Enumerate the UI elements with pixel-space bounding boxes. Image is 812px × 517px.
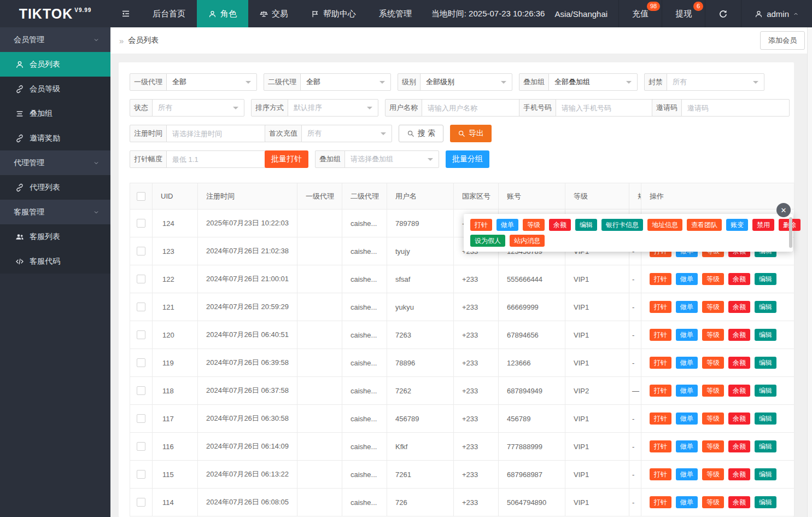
agent1-select[interactable]: 全部 xyxy=(166,73,257,91)
agent2-select[interactable]: 全部 xyxy=(300,73,391,91)
first-deposit-select[interactable]: 所有 xyxy=(301,125,392,142)
popup-action-button[interactable]: 地址信息 xyxy=(647,219,682,231)
topbar-menu-item[interactable]: 角色 xyxy=(197,0,248,27)
row-action-button[interactable]: 等级 xyxy=(702,440,724,452)
sidebar-entry[interactable]: 邀请奖励 xyxy=(0,126,110,150)
row-checkbox[interactable] xyxy=(137,303,145,311)
popup-action-button[interactable]: 等级 xyxy=(523,219,545,231)
row-action-button[interactable]: 做单 xyxy=(676,413,698,425)
row-action-button[interactable]: 打针 xyxy=(650,440,671,452)
row-action-button[interactable]: 打针 xyxy=(650,385,671,397)
row-action-button[interactable]: 编辑 xyxy=(755,413,776,425)
overlay-group-select[interactable]: 全部叠加组 xyxy=(548,73,638,91)
sidebar-entry[interactable]: 会员管理 xyxy=(0,27,110,52)
export-button[interactable]: 导出 xyxy=(450,125,492,142)
row-checkbox[interactable] xyxy=(137,330,145,339)
user-menu[interactable]: admin xyxy=(741,0,812,27)
row-action-button[interactable]: 等级 xyxy=(702,413,724,425)
topbar-menu-item[interactable]: 后台首页 xyxy=(141,0,197,27)
row-action-button[interactable]: 余额 xyxy=(728,301,750,313)
popup-action-button[interactable]: 查看团队 xyxy=(687,219,722,231)
row-action-button[interactable]: 编辑 xyxy=(755,468,776,480)
row-action-button[interactable]: 余额 xyxy=(728,329,750,341)
row-action-button[interactable]: 打针 xyxy=(650,496,671,508)
ban-select[interactable]: 所有 xyxy=(667,73,764,91)
refresh-button[interactable] xyxy=(705,0,741,27)
popup-action-button[interactable]: 做单 xyxy=(496,219,518,231)
popup-action-button[interactable]: 禁用 xyxy=(752,219,774,231)
row-action-button[interactable]: 做单 xyxy=(676,273,698,285)
row-action-button[interactable]: 余额 xyxy=(728,385,750,397)
row-action-button[interactable]: 余额 xyxy=(728,413,750,425)
batch-overlay-group-select[interactable]: 请选择叠加组 xyxy=(344,150,439,168)
sidebar-entry[interactable]: 客服代码 xyxy=(0,249,110,274)
popup-action-button[interactable]: 银行卡信息 xyxy=(601,219,643,231)
sort-select[interactable]: 默认排序 xyxy=(288,99,378,117)
popup-action-button[interactable]: 打针 xyxy=(470,219,492,231)
popup-action-button[interactable]: 账变 xyxy=(726,219,748,231)
batch-inject-button[interactable]: 批量打针 xyxy=(265,150,308,168)
inject-range-input[interactable] xyxy=(166,150,274,168)
status-select[interactable]: 所有 xyxy=(152,99,244,117)
row-action-button[interactable]: 余额 xyxy=(728,496,750,508)
row-action-button[interactable]: 打针 xyxy=(650,357,671,369)
phone-input[interactable] xyxy=(556,99,664,117)
row-action-button[interactable]: 余额 xyxy=(728,273,750,285)
row-action-button[interactable]: 编辑 xyxy=(755,385,776,397)
row-action-button[interactable]: 余额 xyxy=(728,440,750,452)
row-action-button[interactable]: 等级 xyxy=(702,273,724,285)
row-checkbox[interactable] xyxy=(137,470,145,479)
row-action-button[interactable]: 做单 xyxy=(676,301,698,313)
popup-close-button[interactable]: ✕ xyxy=(776,203,791,217)
sidebar-entry[interactable]: 会员等级 xyxy=(0,77,110,101)
row-action-button[interactable]: 余额 xyxy=(728,468,750,480)
row-checkbox[interactable] xyxy=(137,219,145,228)
row-action-button[interactable]: 编辑 xyxy=(755,301,776,313)
topbar-menu-item[interactable]: 交易 xyxy=(248,0,300,27)
row-action-button[interactable]: 编辑 xyxy=(755,273,776,285)
batch-group-button[interactable]: 批量分组 xyxy=(446,150,489,168)
row-action-button[interactable]: 做单 xyxy=(676,329,698,341)
popup-scrollbar-thumb[interactable] xyxy=(789,217,792,248)
row-checkbox[interactable] xyxy=(137,358,145,367)
row-action-button[interactable]: 等级 xyxy=(702,301,724,313)
row-checkbox[interactable] xyxy=(137,386,145,395)
level-select[interactable]: 全部级别 xyxy=(420,73,512,91)
row-action-button[interactable]: 打针 xyxy=(650,273,671,285)
row-action-button[interactable]: 等级 xyxy=(702,385,724,397)
row-checkbox[interactable] xyxy=(137,414,145,423)
topbar-menu-item[interactable]: 帮助中心 xyxy=(300,0,367,27)
row-action-button[interactable]: 做单 xyxy=(676,440,698,452)
row-checkbox[interactable] xyxy=(137,442,145,451)
row-action-button[interactable]: 等级 xyxy=(702,496,724,508)
row-action-button[interactable]: 做单 xyxy=(676,496,698,508)
row-action-button[interactable]: 余额 xyxy=(728,357,750,369)
row-action-button[interactable]: 等级 xyxy=(702,468,724,480)
row-checkbox[interactable] xyxy=(137,247,145,255)
withdraw-link[interactable]: 提现 6 xyxy=(662,0,705,27)
sidebar-entry[interactable]: 会员列表 xyxy=(0,52,110,77)
row-checkbox[interactable] xyxy=(137,275,145,283)
search-button[interactable]: 搜 索 xyxy=(399,125,443,142)
page-scrollbar[interactable] xyxy=(807,27,812,517)
add-member-button[interactable]: 添加会员 xyxy=(760,31,805,50)
popup-action-button[interactable]: 站内消息 xyxy=(510,235,545,247)
row-action-button[interactable]: 打针 xyxy=(650,329,671,341)
popup-action-button[interactable]: 设为假人 xyxy=(470,235,505,247)
row-action-button[interactable]: 做单 xyxy=(676,357,698,369)
invite-code-input[interactable] xyxy=(681,99,790,117)
sidebar-entry[interactable]: 代理管理 xyxy=(0,150,110,175)
sidebar-entry[interactable]: 客服管理 xyxy=(0,200,110,224)
sidebar-entry[interactable]: 叠加组 xyxy=(0,101,110,126)
row-action-button[interactable]: 等级 xyxy=(702,329,724,341)
row-action-button[interactable]: 编辑 xyxy=(755,329,776,341)
row-action-button[interactable]: 打针 xyxy=(650,301,671,313)
sidebar-entry[interactable]: 代理列表 xyxy=(0,175,110,200)
popup-action-button[interactable]: 余额 xyxy=(549,219,571,231)
recharge-link[interactable]: 充值 98 xyxy=(618,0,662,27)
reg-time-input[interactable] xyxy=(166,125,274,142)
popup-action-button[interactable]: 编辑 xyxy=(575,219,597,231)
collapse-sidebar-button[interactable] xyxy=(110,0,141,27)
row-action-button[interactable]: 等级 xyxy=(702,357,724,369)
row-action-button[interactable]: 编辑 xyxy=(755,496,776,508)
